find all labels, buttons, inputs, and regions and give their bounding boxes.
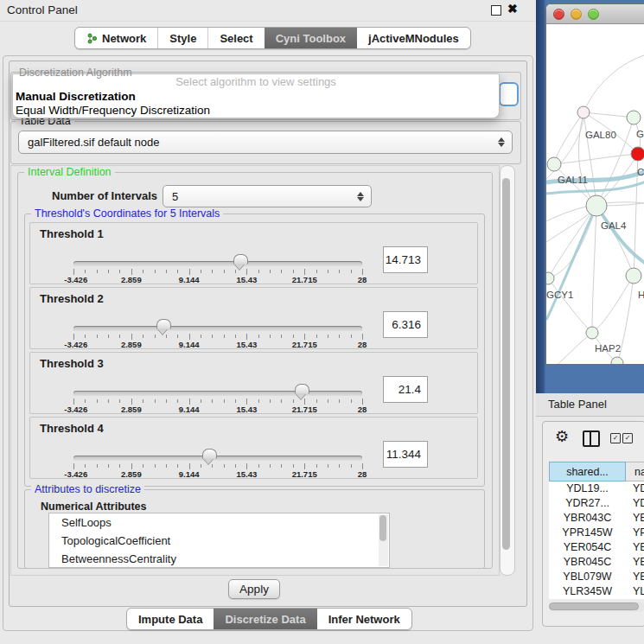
numerical-attributes-label: Numerical Attributes: [41, 501, 146, 513]
network-window: GAL80GACGAL11GAL4GCY1HAHAP2: [545, 3, 644, 365]
vertical-scrollbar[interactable]: [500, 165, 515, 576]
cell-name: YBL0: [626, 570, 644, 584]
tab-impute-data[interactable]: Impute Data: [127, 609, 214, 629]
cell-shared-name: YLR345W: [549, 584, 626, 599]
tab-cyni-toolbox[interactable]: Cyni Toolbox: [265, 28, 357, 48]
threshold-label: Threshold 3: [40, 357, 104, 370]
close-icon[interactable]: ✖: [507, 2, 518, 16]
algorithm-dropdown-popup: Select algorithm to view settings Manual…: [12, 73, 500, 118]
dropdown-option-equal-width[interactable]: Equal Width/Frequency Discretization: [16, 104, 210, 117]
number-of-intervals-combobox[interactable]: 5: [163, 185, 372, 207]
threshold-slider[interactable]: [73, 326, 362, 331]
threshold-value-field[interactable]: 14.713: [383, 246, 428, 273]
tab-label: Cyni Toolbox: [276, 32, 346, 45]
close-button[interactable]: [553, 9, 564, 20]
horizontal-scrollbar[interactable]: [549, 602, 644, 612]
table-row[interactable]: YDL19...YDL1: [549, 481, 644, 496]
threshold-value-field[interactable]: 21.4: [383, 376, 428, 403]
threshold-value-field[interactable]: 11.344: [383, 441, 428, 468]
dropdown-option-manual[interactable]: Manual Discretization: [16, 90, 136, 103]
tab-label: Style: [169, 32, 196, 45]
node-label: GAL80: [585, 130, 616, 140]
threshold-slider[interactable]: [73, 456, 362, 461]
tab-style[interactable]: Style: [157, 28, 207, 48]
network-edge: [546, 206, 596, 320]
node-label: GCY1: [546, 290, 573, 300]
table-row[interactable]: YBL079WYBL0: [549, 570, 644, 584]
tab-label: Discretize Data: [225, 613, 305, 626]
threshold-label: Threshold 1: [40, 227, 104, 240]
slider-handle[interactable]: [156, 319, 171, 329]
table-row[interactable]: YER054CYER0: [549, 540, 644, 555]
node-label: C: [637, 167, 644, 177]
threshold-panel: Threshold 3 -3.4262.8599.14415.4321.7152…: [29, 352, 478, 414]
scrollbar-thumb[interactable]: [549, 603, 639, 610]
combo-spinner-icon: [497, 137, 505, 147]
cell-shared-name: YDL19...: [549, 481, 626, 496]
split-pane-icon[interactable]: [583, 430, 600, 447]
checkbox-icon[interactable]: ✓: [622, 433, 633, 443]
network-node-gal11[interactable]: [547, 157, 561, 171]
network-node[interactable]: [631, 147, 644, 161]
window-float-icon[interactable]: [491, 5, 501, 16]
scrollbar-thumb[interactable]: [502, 178, 510, 550]
tab-label: Infer Network: [328, 613, 400, 626]
tab-discretize-data[interactable]: Discretize Data: [214, 609, 316, 629]
algorithm-combobox[interactable]: [499, 82, 519, 106]
cell-shared-name: YPR145W: [549, 526, 626, 540]
scrollbar-thumb[interactable]: [379, 515, 386, 541]
threshold-value-field[interactable]: 6.316: [383, 311, 428, 338]
slider-tick-labels: -3.4262.8599.14415.4321.71528: [73, 469, 362, 479]
attribute-item[interactable]: TopologicalCoefficient: [49, 532, 389, 550]
zoom-button[interactable]: [588, 9, 599, 20]
network-node[interactable]: [627, 111, 641, 124]
tab-label: Network: [102, 32, 146, 45]
network-node-gal80[interactable]: [577, 106, 590, 118]
attribute-item[interactable]: SelfLoops: [49, 513, 389, 532]
attribute-item[interactable]: BetweennessCentrality: [49, 550, 389, 568]
network-edge: [592, 206, 596, 333]
node-label: GA: [636, 129, 644, 139]
threshold-list: Threshold 1 -3.4262.8599.14415.4321.7152…: [29, 222, 478, 481]
list-scrollbar[interactable]: [379, 514, 388, 566]
node-label: HAP2: [595, 343, 621, 354]
gear-icon[interactable]: ⚙: [555, 427, 569, 446]
threshold-slider[interactable]: [73, 261, 362, 266]
tab-select[interactable]: Select: [207, 28, 264, 48]
attributes-group: Numerical Attributes SelfLoopsTopologica…: [24, 489, 485, 569]
tab-network[interactable]: Network: [75, 28, 157, 48]
threshold-label: Threshold 2: [40, 292, 104, 305]
threshold-panel: Threshold 4 -3.4262.8599.14415.4321.7152…: [29, 417, 478, 479]
network-node-gal4[interactable]: [586, 195, 607, 216]
network-node-h[interactable]: [626, 268, 641, 284]
table-row[interactable]: YBR045CYBR0: [549, 555, 644, 570]
tab-jactivemnodules[interactable]: jActiveMNodules: [357, 28, 470, 48]
network-node-hap2[interactable]: [586, 327, 598, 339]
column-header-shared-name[interactable]: shared...: [549, 462, 626, 481]
network-graph[interactable]: GAL80GACGAL11GAL4GCY1HAHAP2: [546, 24, 644, 364]
control-panel-tabs: NetworkStyleSelectCyni ToolboxjActiveMNo…: [74, 27, 471, 49]
table-row[interactable]: YDR27...YDR2: [549, 496, 644, 511]
slider-handle[interactable]: [233, 254, 248, 265]
minimize-button[interactable]: [571, 9, 582, 20]
column-header-name[interactable]: na: [626, 462, 644, 481]
table-row[interactable]: YPR145WYPR1: [549, 526, 644, 540]
cell-shared-name: YBR043C: [549, 511, 626, 526]
table-row[interactable]: YBR043CYBR0: [549, 511, 644, 526]
cyni-bottom-tabs: Impute DataDiscretize DataInfer Network: [126, 608, 412, 630]
table-row[interactable]: YLR345WYLR3: [549, 584, 644, 599]
checkbox-icon[interactable]: ✓: [610, 433, 621, 443]
tab-infer-network[interactable]: Infer Network: [317, 609, 411, 629]
cell-name: YDR2: [626, 496, 644, 511]
table-data-combobox[interactable]: galFiltered.sif default node: [18, 131, 513, 154]
apply-button[interactable]: Apply: [228, 579, 280, 599]
network-edge: [592, 276, 634, 333]
slider-handle[interactable]: [295, 384, 309, 394]
network-node-gcy1[interactable]: [546, 272, 554, 284]
network-edge: [583, 54, 644, 112]
slider-handle[interactable]: [202, 449, 217, 459]
threshold-slider[interactable]: [73, 391, 362, 396]
panel-title: Control Panel: [7, 3, 78, 16]
network-icon: [86, 33, 98, 44]
network-node[interactable]: [611, 357, 623, 364]
